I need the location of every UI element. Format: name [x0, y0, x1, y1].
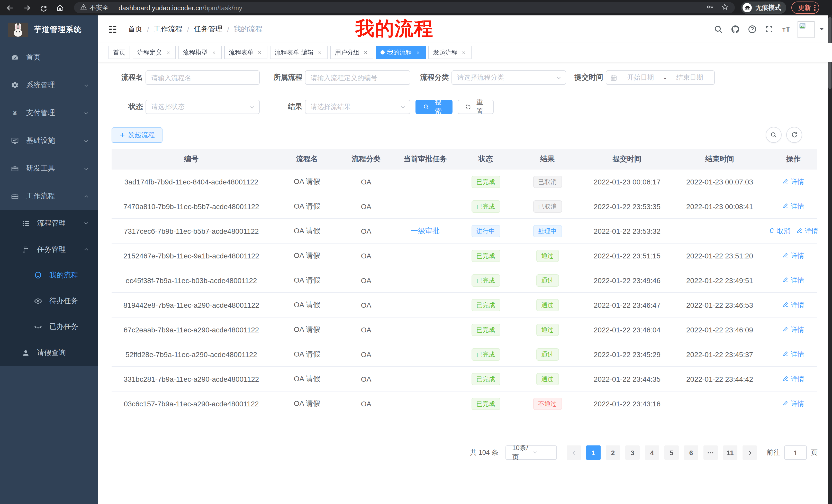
task-link[interactable]: 一级审批 — [411, 226, 440, 235]
table-search-icon[interactable] — [766, 127, 782, 143]
fullscreen-icon[interactable] — [764, 24, 774, 34]
close-icon[interactable]: × — [415, 49, 421, 55]
sidebar-item-流程管理[interactable]: 流程管理 — [0, 210, 98, 236]
tab-首页[interactable]: 首页 — [108, 46, 130, 59]
page-ellipsis[interactable]: ··· — [703, 445, 718, 460]
font-size-icon[interactable]: TT — [781, 24, 791, 34]
category-select[interactable]: 请选择流程分类 — [451, 71, 566, 85]
help-icon[interactable] — [747, 24, 757, 34]
table-row: 7317cec6-7b9b-11ec-b5b7-acde48001122OA 请… — [111, 219, 817, 244]
sidebar-item-请假查询[interactable]: 请假查询 — [0, 340, 98, 366]
tab-流程表单-编辑[interactable]: 流程表单-编辑× — [270, 46, 328, 59]
status-badge: 已完成 — [471, 397, 500, 410]
cell-submit-time: 2022-01-22 23:44:35 — [585, 367, 670, 391]
page-button-2[interactable]: 2 — [606, 445, 620, 460]
page-size-select[interactable]: 10条/页 — [505, 445, 557, 460]
cell-current-task — [389, 391, 461, 416]
avatar[interactable] — [798, 21, 814, 38]
github-icon[interactable] — [730, 24, 740, 34]
prev-page-button[interactable] — [567, 445, 581, 460]
tab-流程定义[interactable]: 流程定义× — [133, 46, 176, 59]
detail-link[interactable]: 详情 — [797, 226, 818, 235]
caret-down-icon[interactable] — [818, 26, 825, 32]
monitor-icon — [10, 136, 19, 145]
close-icon[interactable]: × — [363, 49, 369, 55]
parent-process-input[interactable] — [305, 71, 410, 85]
hamburger-icon[interactable] — [107, 24, 118, 34]
pen-icon — [783, 301, 789, 309]
breadcrumb-separator: / — [187, 25, 189, 33]
sidebar-item-研发工具[interactable]: 研发工具 — [0, 155, 98, 183]
sidebar-item-工作流程[interactable]: 工作流程 — [0, 183, 98, 210]
kebab-icon[interactable] — [814, 5, 815, 11]
update-button[interactable]: 更新 — [791, 2, 819, 14]
page-button-6[interactable]: 6 — [684, 445, 698, 460]
detail-link[interactable]: 详情 — [783, 399, 804, 408]
forward-icon[interactable] — [23, 3, 31, 12]
close-icon[interactable]: × — [211, 49, 217, 55]
search-button[interactable]: 搜索 — [415, 100, 452, 114]
sidebar-item-我的流程[interactable]: 我的流程 — [0, 262, 98, 288]
tab-流程模型[interactable]: 流程模型× — [178, 46, 222, 59]
page-button-4[interactable]: 4 — [645, 445, 659, 460]
close-icon[interactable]: × — [461, 49, 467, 55]
breadcrumb-item[interactable]: 工作流程 — [154, 25, 183, 34]
sidebar-item-已办任务[interactable]: 已办任务 — [0, 314, 98, 340]
sidebar-item-系统管理[interactable]: 系统管理 — [0, 72, 98, 99]
detail-link[interactable]: 详情 — [783, 251, 804, 260]
page-button-11[interactable]: 11 — [723, 445, 737, 460]
star-icon[interactable] — [721, 3, 729, 12]
breadcrumb-item[interactable]: 任务管理 — [194, 25, 223, 34]
sidebar-item-待办任务[interactable]: 待办任务 — [0, 288, 98, 314]
page-button-3[interactable]: 3 — [625, 445, 640, 460]
toolbox-icon — [10, 164, 19, 173]
result-select[interactable]: 请选择流结果 — [305, 100, 410, 114]
sidebar-item-支付管理[interactable]: ¥支付管理 — [0, 99, 98, 127]
detail-link[interactable]: 详情 — [783, 202, 804, 211]
close-icon[interactable]: × — [317, 49, 323, 55]
tab-我的流程[interactable]: 我的流程× — [376, 46, 426, 59]
cancel-link[interactable]: 取消 — [769, 226, 790, 235]
detail-link[interactable]: 详情 — [783, 177, 804, 186]
cell-submit-time: 2022-01-23 00:06:17 — [585, 170, 670, 194]
detail-link[interactable]: 详情 — [783, 325, 804, 334]
cell-id: 3ad174fb-7b9d-11ec-8404-acde48001122 — [111, 170, 271, 194]
scrollbar[interactable] — [828, 16, 832, 504]
detail-link[interactable]: 详情 — [783, 374, 804, 384]
sidebar-item-基础设施[interactable]: 基础设施 — [0, 127, 98, 155]
action-label: 详情 — [791, 399, 804, 408]
warning-icon — [80, 4, 87, 12]
breadcrumb-item[interactable]: 首页 — [128, 25, 142, 34]
detail-link[interactable]: 详情 — [783, 276, 804, 285]
sidebar-item-任务管理[interactable]: 任务管理 — [0, 236, 98, 262]
create-process-button[interactable]: 发起流程 — [111, 127, 162, 143]
tab-发起流程[interactable]: 发起流程× — [428, 46, 471, 59]
tab-流程表单[interactable]: 流程表单× — [224, 46, 267, 59]
back-icon[interactable] — [6, 3, 15, 12]
cell-actions: 取消详情 — [770, 219, 817, 243]
sidebar-item-首页[interactable]: 首页 — [0, 44, 98, 72]
page-button-5[interactable]: 5 — [665, 445, 679, 460]
url-bar[interactable]: 不安全 dashboard.yudao.iocoder.cn/bpm/task/… — [74, 2, 735, 13]
cell-actions: 详情 — [770, 244, 817, 268]
action-label: 取消 — [777, 226, 790, 235]
tab-用户分组[interactable]: 用户分组× — [330, 46, 373, 59]
broken-image-icon — [799, 22, 806, 29]
page-button-1[interactable]: 1 — [586, 445, 601, 460]
status-select[interactable]: 请选择状态 — [146, 100, 260, 114]
close-icon[interactable]: × — [257, 49, 263, 55]
search-icon[interactable] — [713, 24, 724, 34]
detail-link[interactable]: 详情 — [783, 300, 804, 310]
next-page-button[interactable] — [743, 445, 757, 460]
table-refresh-icon[interactable] — [786, 127, 802, 143]
reset-button[interactable]: 重置 — [458, 100, 494, 114]
home-icon[interactable] — [55, 3, 64, 12]
reload-icon[interactable] — [39, 3, 48, 12]
breadcrumb-item: 我的流程 — [234, 25, 262, 34]
detail-link[interactable]: 详情 — [783, 349, 804, 359]
process-name-input[interactable] — [146, 71, 260, 85]
goto-input[interactable] — [784, 445, 807, 460]
close-icon[interactable]: × — [165, 49, 171, 55]
submit-time-range[interactable]: 开始日期 - 结束日期 — [606, 71, 715, 85]
key-icon[interactable] — [706, 3, 714, 12]
